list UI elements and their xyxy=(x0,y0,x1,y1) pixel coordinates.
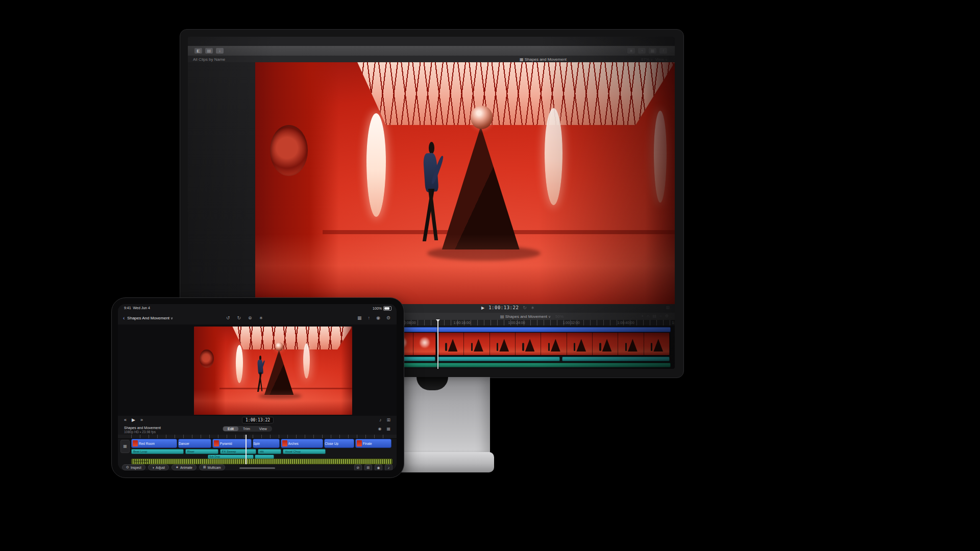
ipad-video-clip[interactable]: Arches xyxy=(281,439,324,448)
segment-edit[interactable]: Edit xyxy=(223,427,238,431)
import-icon[interactable]: ↓ xyxy=(216,48,224,54)
eye-icon[interactable]: ◉ xyxy=(378,427,381,431)
film-frame[interactable] xyxy=(618,333,644,355)
settings-icon[interactable]: ⚙ xyxy=(665,314,669,318)
ipad-screen: 9:41 Wed Jun 4 100% ‹ Shapes And Movemen… xyxy=(118,304,397,470)
ipad-video-clip[interactable]: Finale xyxy=(355,439,391,448)
film-frame[interactable] xyxy=(413,333,436,355)
ipad-video-clip[interactable]: Close Up xyxy=(324,439,354,448)
film-frame[interactable] xyxy=(464,333,489,355)
mic-icon[interactable]: ♪ xyxy=(385,464,393,470)
ipad-video-track: Red RoomDancerPyramidSpinArchesClose UpF… xyxy=(131,439,391,448)
duplicate-icon[interactable]: ⊞ xyxy=(364,464,372,470)
ipad-project-label: Shapes and Movement xyxy=(124,426,161,430)
monitor-toolbar-left: ◧▤↓ xyxy=(193,48,225,54)
viewer-title: ▦ Shapes and Movement xyxy=(520,57,567,62)
project-title-button[interactable]: Shapes And Movement∨ xyxy=(127,316,173,320)
trash-icon[interactable]: ⊘ xyxy=(354,464,362,470)
film-frame[interactable] xyxy=(516,333,541,355)
adjust-button[interactable]: ◑Adjust xyxy=(148,464,169,470)
back-button[interactable]: ‹ xyxy=(123,315,125,321)
ipad-track-header[interactable]: ▦ xyxy=(120,440,130,453)
multicam-button[interactable]: ⊞Multicam xyxy=(199,464,225,470)
ipad-playhead[interactable] xyxy=(246,435,247,464)
film-frame[interactable] xyxy=(644,333,670,355)
snapping-icon[interactable]: ∩ xyxy=(647,314,650,318)
ipad-audio-clip[interactable]: Riser xyxy=(185,449,218,454)
fullscreen-icon[interactable]: ⊞ xyxy=(666,305,670,310)
film-frame[interactable] xyxy=(567,333,593,355)
ipad-video-clip[interactable]: Dancer xyxy=(178,439,211,448)
viewer-layout-icon[interactable]: ▦ xyxy=(649,48,656,54)
film-frame[interactable] xyxy=(541,333,567,355)
music-clip-label: Soundtrack xyxy=(133,460,149,463)
appearance-icon[interactable]: ▤ xyxy=(653,314,657,318)
film-frame[interactable] xyxy=(593,333,618,355)
playhead[interactable] xyxy=(437,319,438,369)
porthole-window xyxy=(270,125,308,176)
status-time-date: 9:41 Wed Jun 4 xyxy=(124,306,150,310)
segment-trim[interactable]: Trim xyxy=(238,427,255,431)
ipad-timecode[interactable]: 1:00:13:22 xyxy=(242,417,274,423)
ipad-audio-clip[interactable]: Hit xyxy=(258,449,281,454)
fullscreen-icon[interactable]: ⊞ xyxy=(386,417,390,422)
tools-icon[interactable]: + xyxy=(641,314,644,318)
browser-panel[interactable] xyxy=(188,62,255,304)
ipad-video-clip[interactable]: Red Room xyxy=(131,439,177,448)
undo-icon[interactable]: ↺ xyxy=(226,315,230,320)
ipad-music-track[interactable]: Soundtrack xyxy=(131,459,393,464)
redo-icon[interactable]: ↻ xyxy=(237,315,241,320)
browser-filter[interactable]: All Clips by Name xyxy=(193,57,225,62)
dancer-silhouette xyxy=(421,142,442,241)
multicam-icon[interactable]: ⊞ xyxy=(203,465,206,469)
timeline-title[interactable]: ▤ Shapes and Movement∨ xyxy=(500,314,551,319)
camera-icon[interactable]: ◉ xyxy=(375,464,382,470)
inspect-button[interactable]: ⊙Inspect xyxy=(122,464,145,470)
background-tasks-icon[interactable]: ◔ xyxy=(638,48,646,54)
ipad-audio-clip[interactable]: Vocal Chop xyxy=(283,449,326,454)
audio-clip[interactable] xyxy=(562,357,670,361)
viewer-timecode[interactable]: 1:00:13:22 xyxy=(488,305,519,310)
ipad-project-meta: 1080p HD • 23.98 fps xyxy=(124,430,156,434)
video-clip-2[interactable] xyxy=(438,332,670,356)
timeline-zoom-label[interactable]: 50% xyxy=(555,314,564,319)
ipad-timeline-ruler[interactable] xyxy=(118,435,397,439)
keyword-icon[interactable]: ∗ xyxy=(627,48,635,54)
play-button[interactable]: ▶ xyxy=(481,306,484,310)
enhance-icon[interactable]: ∗ xyxy=(259,315,263,320)
share-icon[interactable]: ↑ xyxy=(368,315,371,320)
inspect-icon[interactable]: ⊙ xyxy=(126,465,129,469)
ipad-audio-clip[interactable]: FX Sweep xyxy=(220,449,256,454)
audio-clip[interactable] xyxy=(437,357,559,361)
skimmer-icon[interactable]: ∗ xyxy=(531,305,535,310)
ipad-audio-clip[interactable]: Beat Loop xyxy=(131,449,184,454)
audio-icon[interactable]: ♪ xyxy=(379,417,382,422)
home-indicator[interactable] xyxy=(239,467,275,469)
ipad-video-clip[interactable]: Spin xyxy=(253,439,279,448)
libraries-icon[interactable]: ▤ xyxy=(205,48,213,54)
ipad-bottom-right-icons: ⊘⊞◉♪ xyxy=(354,464,393,470)
zoom-icon[interactable]: ⊕ xyxy=(248,315,252,320)
camera-icon[interactable]: ◉ xyxy=(376,315,380,320)
skip-forward-icon[interactable]: » xyxy=(140,417,143,422)
layout-icon[interactable]: ▦ xyxy=(357,315,362,320)
arch-window-right xyxy=(545,108,562,205)
play-icon[interactable]: ▶ xyxy=(132,417,135,422)
zoom-out-icon[interactable]: − xyxy=(659,314,662,318)
segment-view[interactable]: View xyxy=(255,427,272,431)
viewer-options[interactable]: 87%∨ View∨ xyxy=(641,57,668,62)
skip-back-icon[interactable]: « xyxy=(124,417,127,422)
ruler-label: 1:00:32:00 xyxy=(562,321,579,324)
loop-icon[interactable]: ↻ xyxy=(523,305,527,310)
film-frame[interactable] xyxy=(490,333,516,355)
animate-icon[interactable]: ∗ xyxy=(176,465,179,469)
grid-icon[interactable]: ▦ xyxy=(386,427,390,431)
film-frame[interactable] xyxy=(438,333,464,355)
animate-button[interactable]: ∗Animate xyxy=(172,464,197,470)
ipad-info-icons: ◉▦ xyxy=(378,427,390,431)
battery-percent: 100% xyxy=(373,307,382,310)
adjust-icon[interactable]: ◑ xyxy=(152,466,154,469)
settings-icon[interactable]: ⚙ xyxy=(386,315,390,320)
share-icon[interactable]: ↑ xyxy=(659,48,667,54)
sidebar-icon[interactable]: ◧ xyxy=(194,48,202,54)
